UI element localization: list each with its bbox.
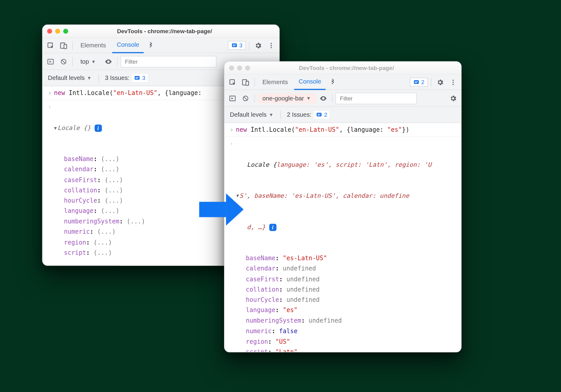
svg-rect-29	[318, 115, 320, 115]
prop-row[interactable]: script: "Latn"	[236, 346, 458, 352]
context-selector[interactable]: one-google-bar ▼	[258, 93, 316, 103]
tab-elements[interactable]: Elements	[258, 74, 293, 90]
svg-point-6	[271, 43, 272, 44]
device-toggle-icon[interactable]	[58, 40, 69, 51]
filter-input[interactable]	[336, 93, 417, 104]
toggle-drawer-icon[interactable]	[45, 56, 56, 67]
eye-icon[interactable]	[103, 56, 114, 67]
filter-input[interactable]	[121, 56, 217, 67]
close-icon[interactable]	[229, 65, 234, 71]
svg-rect-2	[64, 44, 67, 49]
svg-rect-13	[136, 77, 139, 77]
tab-console[interactable]: Console	[112, 38, 144, 53]
prop-row[interactable]: numberingSystem: undefined	[236, 315, 458, 326]
clear-console-icon[interactable]	[240, 93, 251, 104]
toggle-drawer-icon[interactable]	[227, 93, 238, 104]
close-icon[interactable]	[47, 29, 52, 34]
gear-icon[interactable]	[447, 93, 459, 104]
more-tabs-icon[interactable]	[327, 76, 339, 88]
prop-row[interactable]: calendar: undefined	[236, 263, 458, 274]
svg-point-26	[323, 98, 324, 99]
prop-row[interactable]: baseName: "es-Latn-US"	[236, 253, 458, 264]
svg-point-22	[452, 81, 454, 83]
info-icon[interactable]: i	[269, 224, 276, 231]
prop-row[interactable]: hourCycle: undefined	[236, 295, 458, 305]
chevron-down-icon: ▼	[87, 75, 91, 81]
console-output[interactable]: ‹ Locale {language: 'es', script: 'Latn'…	[224, 137, 461, 352]
disclosure-open-icon[interactable]: ▼	[54, 124, 57, 132]
svg-rect-20	[415, 82, 417, 83]
prop-row[interactable]: numeric: false	[236, 326, 458, 336]
log-levels-selector[interactable]: Default levels ▼	[227, 111, 277, 118]
titlebar[interactable]: DevTools - chrome://new-tab-page/	[224, 62, 461, 74]
prop-row[interactable]: collation: undefined	[236, 284, 458, 295]
console-input-echo: › new Intl.Locale("en-Latn-US", {languag…	[224, 123, 461, 137]
issues-badge[interactable]: 2	[410, 78, 428, 87]
issues-button[interactable]: 2 Issues: 2	[284, 111, 333, 119]
chevron-down-icon: ▼	[306, 96, 311, 101]
svg-point-23	[452, 84, 454, 85]
chevron-down-icon: ▼	[269, 112, 274, 117]
svg-rect-12	[135, 76, 139, 79]
issues-count: 3	[239, 42, 242, 49]
kebab-icon[interactable]	[447, 76, 459, 88]
traffic-lights[interactable]	[47, 29, 68, 34]
svg-point-11	[108, 61, 109, 62]
clear-console-icon[interactable]	[58, 56, 69, 67]
issues-count: 2	[421, 79, 425, 86]
minimize-icon[interactable]	[55, 29, 60, 34]
issues-badge[interactable]: 3	[228, 41, 246, 50]
window-title: DevTools - chrome://new-tab-page/	[74, 28, 275, 35]
device-toggle-icon[interactable]	[240, 76, 251, 88]
inspect-icon[interactable]	[45, 40, 56, 51]
kebab-icon[interactable]	[265, 40, 277, 51]
titlebar[interactable]: DevTools - chrome://new-tab-page/	[43, 25, 279, 38]
context-selector[interactable]: top ▼	[76, 56, 101, 66]
minimize-icon[interactable]	[237, 65, 242, 71]
more-tabs-icon[interactable]	[145, 40, 157, 51]
chevron-down-icon: ▼	[91, 59, 96, 64]
traffic-lights[interactable]	[229, 65, 250, 71]
zoom-icon[interactable]	[245, 65, 250, 71]
info-icon[interactable]: i	[94, 125, 102, 132]
window-title: DevTools - chrome://new-tab-page/	[255, 65, 457, 71]
prop-row[interactable]: caseFirst: undefined	[236, 274, 458, 284]
arrow-icon	[199, 193, 243, 226]
svg-rect-19	[415, 81, 418, 82]
log-levels-selector[interactable]: Default levels ▼	[45, 74, 96, 81]
svg-rect-17	[246, 81, 249, 85]
devtools-window-right: DevTools - chrome://new-tab-page/ Elemen…	[224, 61, 461, 352]
svg-rect-18	[414, 80, 419, 84]
svg-point-21	[452, 79, 454, 81]
issues-button[interactable]: 3 Issues: 3	[102, 74, 151, 82]
tab-console[interactable]: Console	[294, 74, 326, 90]
inspect-icon[interactable]	[227, 76, 238, 88]
svg-rect-27	[317, 112, 322, 116]
svg-rect-28	[318, 114, 321, 114]
zoom-icon[interactable]	[63, 29, 68, 34]
gear-icon[interactable]	[434, 76, 446, 88]
prop-row[interactable]: language: "es"	[236, 305, 458, 315]
svg-rect-3	[232, 43, 237, 47]
tab-elements[interactable]: Elements	[76, 38, 110, 53]
eye-icon[interactable]	[318, 93, 329, 104]
prop-row[interactable]: region: "US"	[236, 336, 458, 347]
svg-point-7	[271, 45, 272, 46]
svg-rect-5	[233, 45, 235, 46]
gear-icon[interactable]	[252, 40, 264, 51]
svg-rect-14	[136, 78, 138, 78]
svg-point-8	[271, 47, 272, 48]
svg-rect-4	[233, 44, 236, 45]
